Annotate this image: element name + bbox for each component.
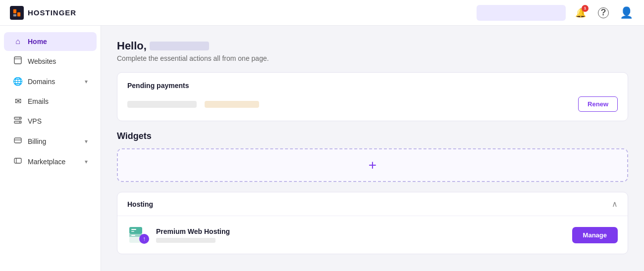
user-name-blurred bbox=[150, 42, 209, 50]
chevron-down-icon: ▾ bbox=[85, 78, 88, 85]
add-widget-plus-icon: + bbox=[369, 157, 376, 173]
svg-point-8 bbox=[19, 122, 20, 123]
search-bar[interactable] bbox=[477, 5, 566, 21]
svg-rect-11 bbox=[14, 158, 21, 163]
svg-point-7 bbox=[19, 118, 20, 119]
pending-item-blurred-2 bbox=[205, 101, 259, 108]
chevron-down-icon-billing: ▾ bbox=[85, 138, 88, 145]
hosting-section-title: Hosting bbox=[127, 200, 153, 208]
sidebar-item-emails[interactable]: ✉ Emails bbox=[4, 91, 97, 111]
top-navigation: HOSTINGER 🔔 1 ? 👤 bbox=[0, 0, 644, 26]
greeting-subtitle: Complete the essential actions all from … bbox=[117, 54, 628, 62]
svg-rect-14 bbox=[129, 227, 142, 234]
sidebar-label-domains: Domains bbox=[28, 78, 80, 86]
svg-rect-3 bbox=[14, 57, 21, 64]
hosting-card: Hosting ∧ ↑ bbox=[117, 192, 628, 254]
pending-payments-row: Renew bbox=[127, 96, 618, 112]
hosting-item-info: Premium Web Hosting bbox=[156, 227, 572, 243]
sidebar-item-websites[interactable]: Websites bbox=[4, 51, 97, 71]
svg-text:↑: ↑ bbox=[143, 235, 146, 242]
manage-button[interactable]: Manage bbox=[572, 227, 618, 243]
pending-payments-title: Pending payments bbox=[127, 82, 618, 90]
sidebar-label-vps: VPS bbox=[28, 117, 88, 125]
sidebar-item-vps[interactable]: VPS bbox=[4, 111, 97, 131]
sidebar-item-domains[interactable]: 🌐 Domains ▾ bbox=[4, 72, 97, 91]
sidebar-label-websites: Websites bbox=[28, 57, 88, 65]
hosting-item-premium: ↑ Premium Web Hosting Manage bbox=[117, 216, 628, 254]
sidebar-item-billing[interactable]: Billing ▾ bbox=[4, 132, 97, 151]
topnav-right-actions: 🔔 1 ? 👤 bbox=[477, 5, 634, 21]
svg-rect-9 bbox=[14, 138, 21, 143]
notif-badge: 1 bbox=[582, 5, 589, 12]
marketplace-icon bbox=[13, 157, 23, 167]
svg-rect-16 bbox=[131, 231, 134, 232]
renew-button[interactable]: Renew bbox=[578, 96, 618, 112]
widgets-section-title: Widgets bbox=[117, 131, 628, 141]
emails-icon: ✉ bbox=[13, 96, 23, 106]
help-button[interactable]: ? bbox=[595, 5, 611, 21]
logo-text: HOSTINGER bbox=[28, 8, 76, 17]
profile-button[interactable]: 👤 bbox=[618, 5, 634, 21]
sidebar-label-home: Home bbox=[28, 38, 88, 45]
sidebar-label-marketplace: Marketplace bbox=[28, 158, 80, 166]
home-icon: ⌂ bbox=[13, 37, 23, 46]
hosting-item-icon: ↑ bbox=[127, 224, 149, 246]
notifications-button[interactable]: 🔔 1 bbox=[573, 5, 589, 21]
greeting-text: Hello, bbox=[117, 40, 147, 52]
websites-icon bbox=[13, 56, 23, 66]
svg-rect-2 bbox=[13, 14, 16, 16]
hosting-item-sub-blurred bbox=[156, 238, 215, 243]
svg-rect-1 bbox=[17, 12, 20, 16]
main-content: Hello, Complete the essential actions al… bbox=[101, 26, 644, 271]
sidebar-item-home[interactable]: ⌂ Home bbox=[4, 32, 97, 51]
svg-rect-18 bbox=[131, 235, 135, 236]
pending-payments-card: Pending payments Renew bbox=[117, 72, 628, 121]
hosting-item-name: Premium Web Hosting bbox=[156, 227, 572, 235]
svg-rect-0 bbox=[13, 9, 16, 13]
chevron-down-icon-marketplace: ▾ bbox=[85, 158, 88, 165]
main-layout: ⌂ Home Websites 🌐 Domains ▾ ✉ Emails VPS bbox=[0, 26, 644, 271]
hosting-header: Hosting ∧ bbox=[117, 192, 628, 216]
chevron-up-icon: ∧ bbox=[612, 199, 618, 209]
add-widget-button[interactable]: + bbox=[117, 148, 628, 182]
sidebar: ⌂ Home Websites 🌐 Domains ▾ ✉ Emails VPS bbox=[0, 26, 101, 271]
greeting-title: Hello, bbox=[117, 40, 628, 52]
sidebar-item-marketplace[interactable]: Marketplace ▾ bbox=[4, 152, 97, 172]
pending-info bbox=[127, 101, 259, 108]
logo-icon bbox=[10, 6, 24, 20]
sidebar-label-billing: Billing bbox=[28, 137, 80, 145]
logo: HOSTINGER bbox=[10, 6, 76, 20]
pending-item-blurred-1 bbox=[127, 101, 197, 108]
svg-rect-15 bbox=[131, 229, 136, 230]
sidebar-label-emails: Emails bbox=[28, 97, 88, 105]
billing-icon bbox=[13, 136, 23, 146]
domains-icon: 🌐 bbox=[13, 77, 23, 86]
vps-icon bbox=[13, 116, 23, 126]
